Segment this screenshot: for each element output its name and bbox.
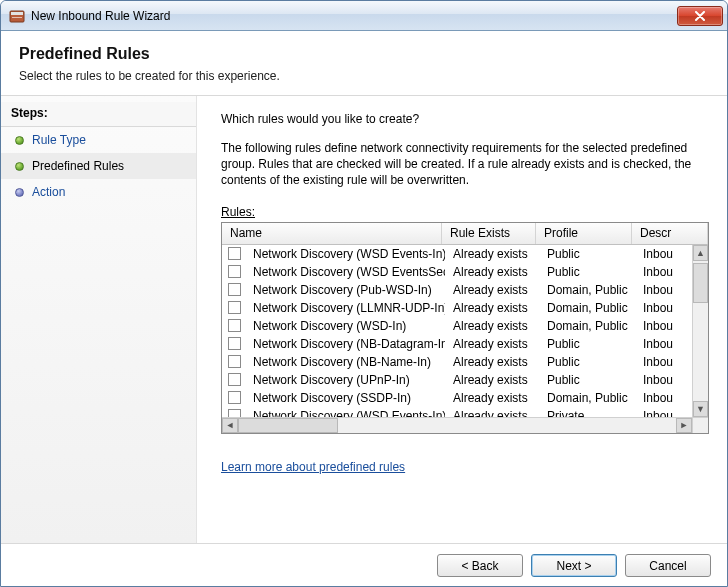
row-checkbox[interactable] bbox=[228, 319, 241, 332]
cell-profile: Public bbox=[539, 373, 635, 387]
cell-desc: Inbou bbox=[635, 391, 692, 405]
vertical-scrollbar[interactable]: ▲ ▼ bbox=[692, 245, 708, 417]
cell-exists: Already exists bbox=[445, 247, 539, 261]
cell-desc: Inbou bbox=[635, 265, 692, 279]
table-row[interactable]: Network Discovery (WSD Events-In)Already… bbox=[222, 245, 692, 263]
svg-rect-2 bbox=[12, 17, 22, 18]
cell-profile: Public bbox=[539, 265, 635, 279]
cell-name: Network Discovery (Pub-WSD-In) bbox=[245, 283, 445, 297]
col-header-profile[interactable]: Profile bbox=[536, 223, 632, 244]
row-checkbox[interactable] bbox=[228, 283, 241, 296]
table-row[interactable]: Network Discovery (WSD EventsSecure-In)A… bbox=[222, 263, 692, 281]
row-checkbox[interactable] bbox=[228, 409, 241, 417]
cell-exists: Already exists bbox=[445, 283, 539, 297]
col-header-exists[interactable]: Rule Exists bbox=[442, 223, 536, 244]
rules-label: Rules: bbox=[221, 205, 709, 219]
close-button[interactable] bbox=[677, 6, 723, 26]
steps-sidebar: Steps: Rule Type Predefined Rules Action bbox=[1, 96, 197, 543]
table-header: Name Rule Exists Profile Descr bbox=[222, 223, 708, 245]
table-body: Network Discovery (WSD Events-In)Already… bbox=[222, 245, 692, 417]
table-row[interactable]: Network Discovery (WSD Events-In)Already… bbox=[222, 407, 692, 417]
cell-exists: Already exists bbox=[445, 301, 539, 315]
cell-exists: Already exists bbox=[445, 355, 539, 369]
step-action[interactable]: Action bbox=[1, 179, 196, 205]
cell-desc: Inbou bbox=[635, 355, 692, 369]
cell-profile: Public bbox=[539, 355, 635, 369]
horizontal-scrollbar[interactable]: ◄ ► bbox=[222, 417, 692, 433]
table-row[interactable]: Network Discovery (NB-Datagram-In)Alread… bbox=[222, 335, 692, 353]
scroll-thumb[interactable] bbox=[238, 418, 338, 433]
step-label: Predefined Rules bbox=[32, 159, 124, 173]
cell-exists: Already exists bbox=[445, 337, 539, 351]
learn-more-link[interactable]: Learn more about predefined rules bbox=[221, 460, 709, 474]
row-checkbox[interactable] bbox=[228, 247, 241, 260]
table-row[interactable]: Network Discovery (Pub-WSD-In)Already ex… bbox=[222, 281, 692, 299]
scroll-left-arrow-icon[interactable]: ◄ bbox=[222, 418, 238, 433]
cell-exists: Already exists bbox=[445, 409, 539, 417]
back-button[interactable]: < Back bbox=[437, 554, 523, 577]
cell-profile: Public bbox=[539, 247, 635, 261]
cell-desc: Inbou bbox=[635, 373, 692, 387]
table-row[interactable]: Network Discovery (WSD-In)Already exists… bbox=[222, 317, 692, 335]
scroll-corner bbox=[692, 417, 708, 433]
cell-profile: Private bbox=[539, 409, 635, 417]
cell-name: Network Discovery (LLMNR-UDP-In) bbox=[245, 301, 445, 315]
cell-name: Network Discovery (NB-Datagram-In) bbox=[245, 337, 445, 351]
bullet-icon bbox=[15, 188, 24, 197]
wizard-header: Predefined Rules Select the rules to be … bbox=[1, 31, 727, 96]
scroll-thumb[interactable] bbox=[693, 263, 708, 303]
scroll-right-arrow-icon[interactable]: ► bbox=[676, 418, 692, 433]
cell-name: Network Discovery (WSD Events-In) bbox=[245, 247, 445, 261]
table-row[interactable]: Network Discovery (SSDP-In)Already exist… bbox=[222, 389, 692, 407]
cancel-button[interactable]: Cancel bbox=[625, 554, 711, 577]
cell-exists: Already exists bbox=[445, 373, 539, 387]
bullet-icon bbox=[15, 136, 24, 145]
row-checkbox[interactable] bbox=[228, 373, 241, 386]
row-checkbox[interactable] bbox=[228, 355, 241, 368]
step-label: Rule Type bbox=[32, 133, 86, 147]
cell-profile: Domain, Public bbox=[539, 301, 635, 315]
cell-profile: Domain, Public bbox=[539, 391, 635, 405]
table-row[interactable]: Network Discovery (NB-Name-In)Already ex… bbox=[222, 353, 692, 371]
row-checkbox[interactable] bbox=[228, 301, 241, 314]
cell-name: Network Discovery (SSDP-In) bbox=[245, 391, 445, 405]
cell-name: Network Discovery (WSD EventsSecure-In) bbox=[245, 265, 445, 279]
page-subtitle: Select the rules to be created for this … bbox=[19, 69, 709, 83]
steps-heading: Steps: bbox=[1, 102, 196, 127]
page-title: Predefined Rules bbox=[19, 45, 709, 63]
window-title: New Inbound Rule Wizard bbox=[31, 9, 677, 23]
cell-desc: Inbou bbox=[635, 301, 692, 315]
col-header-desc[interactable]: Descr bbox=[632, 223, 708, 244]
row-checkbox[interactable] bbox=[228, 265, 241, 278]
cell-name: Network Discovery (WSD-In) bbox=[245, 319, 445, 333]
next-button[interactable]: Next > bbox=[531, 554, 617, 577]
cell-name: Network Discovery (WSD Events-In) bbox=[245, 409, 445, 417]
rules-table: Name Rule Exists Profile Descr Network D… bbox=[221, 222, 709, 434]
step-rule-type[interactable]: Rule Type bbox=[1, 127, 196, 153]
cell-desc: Inbou bbox=[635, 409, 692, 417]
step-label: Action bbox=[32, 185, 65, 199]
app-icon bbox=[9, 8, 25, 24]
row-checkbox[interactable] bbox=[228, 337, 241, 350]
row-checkbox[interactable] bbox=[228, 391, 241, 404]
svg-rect-1 bbox=[11, 12, 23, 15]
cell-profile: Domain, Public bbox=[539, 319, 635, 333]
cell-name: Network Discovery (UPnP-In) bbox=[245, 373, 445, 387]
cell-exists: Already exists bbox=[445, 265, 539, 279]
col-header-name[interactable]: Name bbox=[222, 223, 442, 244]
cell-desc: Inbou bbox=[635, 319, 692, 333]
bullet-icon bbox=[15, 162, 24, 171]
scroll-track[interactable] bbox=[238, 418, 676, 433]
cell-profile: Public bbox=[539, 337, 635, 351]
cell-name: Network Discovery (NB-Name-In) bbox=[245, 355, 445, 369]
question-text: Which rules would you like to create? bbox=[221, 112, 709, 126]
scroll-down-arrow-icon[interactable]: ▼ bbox=[693, 401, 708, 417]
titlebar: New Inbound Rule Wizard bbox=[1, 1, 727, 31]
table-row[interactable]: Network Discovery (UPnP-In)Already exist… bbox=[222, 371, 692, 389]
step-predefined-rules[interactable]: Predefined Rules bbox=[1, 153, 196, 179]
scroll-up-arrow-icon[interactable]: ▲ bbox=[693, 245, 708, 261]
cell-desc: Inbou bbox=[635, 283, 692, 297]
table-row[interactable]: Network Discovery (LLMNR-UDP-In)Already … bbox=[222, 299, 692, 317]
description-text: The following rules define network conne… bbox=[221, 140, 709, 189]
cell-exists: Already exists bbox=[445, 319, 539, 333]
